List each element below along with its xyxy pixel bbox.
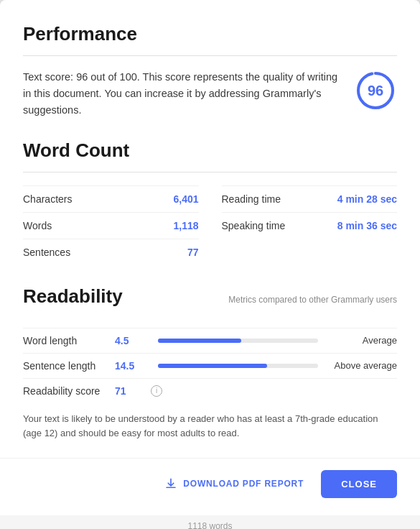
readability-section: Readability Metrics compared to other Gr…	[23, 285, 397, 441]
stat-row-words: Words 1,118	[23, 212, 199, 239]
download-pdf-button[interactable]: DOWNLOAD PDF REPORT	[162, 472, 307, 496]
speaking-time-label: Speaking time	[222, 220, 337, 231]
readability-row-word-length: Word length 4.5 Average	[23, 328, 397, 353]
performance-section: Performance Text score: 96 out of 100. T…	[23, 23, 397, 119]
speaking-time-value: 8 min 36 sec	[337, 220, 397, 231]
word-length-value: 4.5	[115, 335, 144, 346]
performance-content: Text score: 96 out of 100. This score re…	[23, 69, 397, 119]
sentence-length-bar-label: Above average	[332, 360, 397, 371]
word-length-label: Word length	[23, 335, 109, 346]
score-circle: 96	[354, 69, 397, 112]
readability-row-score: Readability score 71 i	[23, 378, 397, 403]
info-icon[interactable]: i	[151, 385, 162, 397]
word-count-title: Word Count	[23, 139, 397, 162]
stat-row-speaking: Speaking time 8 min 36 sec	[222, 212, 398, 239]
word-count-divider	[23, 172, 397, 172]
readability-note: Your text is likely to be understood by …	[23, 412, 397, 441]
readability-score-label: Readability score	[23, 385, 109, 397]
word-count-section: Word Count Characters 6,401 Words 1,118 …	[23, 139, 397, 265]
close-button[interactable]: CLOSE	[321, 470, 397, 498]
stat-row-reading: Reading time 4 min 28 sec	[222, 185, 398, 212]
word-length-bar	[158, 339, 318, 343]
word-length-bar-label: Average	[332, 335, 397, 346]
words-value: 1,118	[156, 220, 199, 231]
performance-divider	[23, 55, 397, 56]
performance-title: Performance	[23, 23, 397, 45]
stat-row-sentences: Sentences 77	[23, 239, 199, 265]
sentence-length-label: Sentence length	[23, 360, 109, 372]
score-number: 96	[368, 83, 383, 99]
score-circle-wrapper: 96	[354, 69, 397, 112]
readability-score-value: 71	[115, 385, 144, 397]
download-icon	[164, 477, 177, 490]
reading-time-label: Reading time	[222, 193, 337, 205]
stats-grid: Characters 6,401 Words 1,118 Sentences 7…	[23, 185, 397, 265]
stats-left: Characters 6,401 Words 1,118 Sentences 7…	[23, 185, 210, 265]
readability-row-sentence-length: Sentence length 14.5 Above average	[23, 353, 397, 378]
modal: Performance Text score: 96 out of 100. T…	[0, 0, 420, 529]
performance-description: Text score: 96 out of 100. This score re…	[23, 69, 342, 119]
modal-footer: DOWNLOAD PDF REPORT CLOSE	[0, 458, 420, 515]
readability-header: Readability Metrics compared to other Gr…	[23, 285, 397, 318]
readability-subtitle: Metrics compared to other Grammarly user…	[228, 295, 397, 305]
sentences-label: Sentences	[23, 247, 156, 258]
stats-right: Reading time 4 min 28 sec Speaking time …	[210, 185, 398, 265]
sentence-length-value: 14.5	[115, 360, 144, 372]
sentences-value: 77	[156, 247, 199, 258]
bottom-bar-text: 1118 words	[187, 521, 232, 529]
reading-time-value: 4 min 28 sec	[337, 193, 397, 205]
words-label: Words	[23, 220, 156, 231]
bottom-bar: 1118 words	[0, 515, 420, 529]
stat-row-characters: Characters 6,401	[23, 185, 199, 212]
characters-label: Characters	[23, 193, 156, 205]
download-label: DOWNLOAD PDF REPORT	[183, 479, 304, 489]
characters-value: 6,401	[156, 193, 199, 205]
sentence-length-bar	[158, 364, 318, 368]
modal-body: Performance Text score: 96 out of 100. T…	[0, 0, 420, 455]
readability-title: Readability	[23, 285, 123, 308]
sentence-length-bar-fill	[158, 364, 267, 368]
word-length-bar-fill	[158, 339, 241, 343]
